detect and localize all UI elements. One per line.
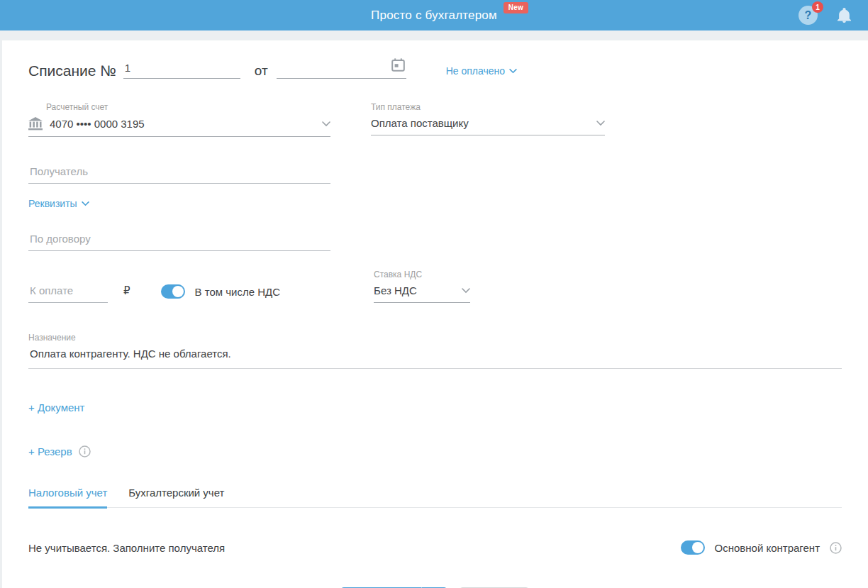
amount-input[interactable] — [28, 284, 108, 303]
vat-included-toggle[interactable] — [161, 284, 185, 299]
tab-tax-accounting[interactable]: Налоговый учет — [28, 487, 107, 509]
account-value: 4070 •••• 0000 3195 — [50, 118, 145, 130]
tax-status-message: Не учитывается. Заполните получателя — [28, 542, 225, 554]
app-header: Просто с бухгалтером New ? 1 — [0, 0, 868, 30]
payment-type-field: Тип платежа Оплата поставщику — [371, 102, 605, 137]
page-title: Списание № — [28, 62, 116, 79]
bell-icon — [838, 8, 851, 23]
vat-rate-label: Ставка НДС — [374, 270, 470, 279]
vat-rate-value: Без НДС — [374, 284, 417, 296]
currency-symbol: ₽ — [123, 284, 130, 303]
main-contractor-control: Основной контрагент — [681, 540, 842, 555]
vat-included-label: В том числе НДС — [195, 286, 280, 298]
new-badge: New — [503, 2, 528, 13]
app-title-text: Просто с бухгалтером — [371, 9, 497, 22]
help-button[interactable]: ? 1 — [799, 6, 818, 25]
vat-included-control: В том числе НДС — [161, 284, 280, 303]
chevron-down-icon — [462, 288, 470, 294]
payment-status-dropdown[interactable]: Не оплачено — [446, 65, 517, 77]
accounting-tabs: Налоговый учет Бухгалтерский учет — [28, 487, 842, 508]
payment-status-label: Не оплачено — [446, 65, 505, 77]
header-icons: ? 1 — [799, 0, 851, 30]
chevron-down-icon — [322, 121, 330, 127]
add-document-label: + Документ — [28, 401, 84, 414]
tab-bookkeeping[interactable]: Бухгалтерский учет — [128, 487, 224, 509]
chevron-down-icon — [82, 201, 89, 206]
add-reserve-label: + Резерв — [28, 445, 72, 457]
tax-info-row: Не учитывается. Заполните получателя Осн… — [28, 540, 842, 555]
main-contractor-toggle[interactable] — [681, 540, 705, 555]
contract-field — [28, 233, 330, 251]
date-preposition: от — [255, 63, 268, 79]
app-title: Просто с бухгалтером New — [371, 9, 497, 23]
account-select[interactable]: 4070 •••• 0000 3195 — [28, 117, 330, 137]
info-icon[interactable] — [830, 542, 842, 554]
date-input[interactable] — [277, 62, 406, 79]
contract-input[interactable] — [28, 233, 330, 251]
purpose-input[interactable] — [28, 348, 842, 369]
calendar-icon[interactable] — [391, 58, 405, 74]
account-label: Расчетный счет — [46, 102, 330, 112]
payment-type-value: Оплата поставщику — [371, 117, 469, 129]
add-document-link[interactable]: + Документ — [28, 401, 84, 414]
document-number-input[interactable] — [123, 62, 240, 79]
add-reserve-link[interactable]: + Резерв — [28, 445, 91, 457]
vat-rate-field: Ставка НДС Без НДС — [374, 270, 470, 303]
chevron-down-icon — [509, 69, 517, 74]
help-notification-badge: 1 — [812, 1, 823, 13]
purpose-field: Назначение — [28, 333, 842, 369]
amount-row: ₽ В том числе НДС Ставка НДС Без НДС — [28, 270, 842, 303]
info-icon[interactable] — [79, 445, 91, 457]
recipient-field — [28, 165, 330, 184]
title-row: Списание № от Не оплачено — [28, 62, 842, 79]
bank-icon — [28, 117, 43, 131]
account-field: Расчетный счет 4070 •••• 0000 3195 — [28, 102, 330, 137]
requisites-expander[interactable]: Реквизиты — [28, 198, 89, 209]
payment-type-select[interactable]: Оплата поставщику — [371, 117, 605, 135]
date-field — [277, 62, 406, 79]
chevron-down-icon — [596, 121, 605, 126]
account-row: Расчетный счет 4070 •••• 0000 3195 — [28, 102, 842, 137]
main-contractor-label: Основной контрагент — [715, 542, 820, 554]
notifications-button[interactable] — [838, 8, 851, 23]
purpose-label: Назначение — [28, 333, 842, 343]
recipient-input[interactable] — [28, 165, 330, 184]
vat-rate-select[interactable]: Без НДС — [374, 284, 470, 303]
requisites-label: Реквизиты — [28, 198, 77, 209]
payment-type-label: Тип платежа — [371, 102, 605, 112]
document-card: Списание № от Не оплачено Расчетный сч — [2, 40, 868, 588]
